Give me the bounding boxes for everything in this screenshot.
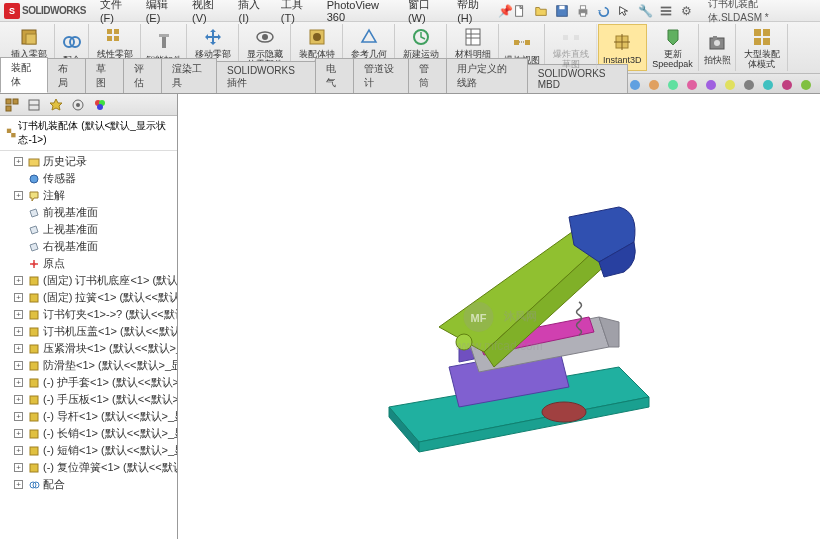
expand-icon[interactable]: +: [14, 463, 23, 472]
expand-icon[interactable]: +: [14, 327, 23, 336]
expand-icon[interactable]: +: [14, 344, 23, 353]
expand-icon[interactable]: +: [14, 446, 23, 455]
pattern-icon: [103, 26, 127, 48]
tree-item[interactable]: +(-) 长销<1> (默认<<默认>_显示状态 1: [0, 425, 177, 442]
expand-icon[interactable]: +: [14, 429, 23, 438]
tree-item-label: (固定) 拉簧<1> (默认<<默认>_显示状态: [43, 290, 177, 305]
display-tab-icon[interactable]: [70, 97, 86, 113]
tree-item[interactable]: +历史记录: [0, 153, 177, 170]
tree-item-label: 防滑垫<1> (默认<<默认>_显示状态 1: [43, 358, 177, 373]
property-tab-icon[interactable]: [26, 97, 42, 113]
tree-item[interactable]: +订书机压盖<1> (默认<<默认>_显示状: [0, 323, 177, 340]
svg-rect-14: [114, 29, 119, 34]
print-icon[interactable]: [575, 3, 590, 19]
explline-icon: [559, 26, 583, 48]
tree-item[interactable]: 传感器: [0, 170, 177, 187]
ribbon-explline[interactable]: 爆炸直线草图: [546, 24, 597, 71]
pin-icon[interactable]: 📌: [498, 3, 513, 19]
ribbon-largeasm[interactable]: 大型装配体模式: [737, 24, 788, 71]
tree-item[interactable]: 右视基准面: [0, 238, 177, 255]
ribbon-speedpak[interactable]: 更新Speedpak: [648, 24, 699, 71]
shadow-icon[interactable]: [741, 77, 757, 93]
pan-icon[interactable]: [646, 77, 662, 93]
tree-item[interactable]: +防滑垫<1> (默认<<默认>_显示状态 1: [0, 357, 177, 374]
tree-item[interactable]: 原点: [0, 255, 177, 272]
tab-渲染工具[interactable]: 渲染工具: [161, 58, 217, 93]
svg-rect-68: [30, 311, 38, 319]
undo-icon[interactable]: [596, 3, 611, 19]
open-icon[interactable]: [534, 3, 549, 19]
shade-icon[interactable]: [722, 77, 738, 93]
tree-item[interactable]: +(-) 复位弹簧<1> (默认<<默认>_显示状: [0, 459, 177, 476]
select-icon[interactable]: [617, 3, 632, 19]
expand-icon[interactable]: +: [14, 395, 23, 404]
tree-root[interactable]: 订书机装配体 (默认<默认_显示状态-1>): [0, 116, 177, 151]
tab-用户定义的线路[interactable]: 用户定义的线路: [446, 58, 528, 93]
tree-item[interactable]: +配合: [0, 476, 177, 493]
tab-布局[interactable]: 布局: [47, 58, 86, 93]
menu-photoview[interactable]: PhotoView 360: [321, 0, 402, 25]
expand-icon[interactable]: +: [14, 157, 23, 166]
tree-item[interactable]: +(固定) 拉簧<1> (默认<<默认>_显示状态: [0, 289, 177, 306]
scene-icon[interactable]: [760, 77, 776, 93]
appearance-tab-icon[interactable]: [92, 97, 108, 113]
expand-icon[interactable]: +: [14, 276, 23, 285]
svg-rect-66: [30, 277, 38, 285]
menu-tools[interactable]: 工具(T): [275, 0, 321, 26]
expand-icon[interactable]: +: [14, 293, 23, 302]
expand-icon[interactable]: +: [14, 412, 23, 421]
ribbon-snapshot[interactable]: 拍快照: [700, 24, 736, 71]
section-icon[interactable]: [684, 77, 700, 93]
svg-rect-6: [661, 6, 672, 8]
menu-help[interactable]: 帮助(H): [451, 0, 498, 26]
tree-item[interactable]: +(-) 手压板<1> (默认<<默认>_显示状态: [0, 391, 177, 408]
zoom-icon[interactable]: [627, 77, 643, 93]
config-tab-icon[interactable]: [48, 97, 64, 113]
menu-view[interactable]: 视图(V): [186, 0, 232, 26]
rotate-icon[interactable]: [665, 77, 681, 93]
tree-item[interactable]: +压紧滑块<1> (默认<<默认>_显示状态: [0, 340, 177, 357]
tab-管道设计[interactable]: 管道设计: [353, 58, 409, 93]
rebuild-icon[interactable]: 🔧: [638, 3, 653, 19]
expand-icon[interactable]: +: [14, 378, 23, 387]
expand-icon[interactable]: +: [14, 361, 23, 370]
feature-tree[interactable]: +历史记录传感器+注解前视基准面上视基准面右视基准面原点+(固定) 订书机底座<…: [0, 151, 177, 539]
tab-SOLIDWORKS 插件[interactable]: SOLIDWORKS 插件: [216, 61, 315, 93]
tree-item[interactable]: +订书钉夹<1>->? (默认<<默认>_显示状: [0, 306, 177, 323]
expand-icon[interactable]: +: [14, 310, 23, 319]
options-icon[interactable]: [659, 3, 674, 19]
expand-icon[interactable]: +: [14, 191, 23, 200]
tab-电气[interactable]: 电气: [315, 58, 354, 93]
tree-item[interactable]: +(-) 短销<1> (默认<<默认>_显示状态 1: [0, 442, 177, 459]
ribbon-label: 拍快照: [704, 56, 731, 66]
tab-评估[interactable]: 评估: [123, 58, 162, 93]
appearance-icon[interactable]: [798, 77, 814, 93]
view-icon[interactable]: [703, 77, 719, 93]
svg-rect-13: [107, 29, 112, 34]
tab-装配体[interactable]: 装配体: [0, 57, 48, 93]
part-icon: [28, 309, 40, 321]
graphics-viewport[interactable]: MF 沐风网 www.mfcad.com: [178, 94, 820, 539]
svg-rect-31: [563, 35, 568, 40]
tree-item[interactable]: +(-) 护手套<1> (默认<<默认>_显示状态: [0, 374, 177, 391]
menu-insert[interactable]: 插入(I): [232, 0, 274, 26]
menu-window[interactable]: 窗口(W): [402, 0, 451, 26]
tab-管筒[interactable]: 管筒: [408, 58, 447, 93]
tree-item[interactable]: +注解: [0, 187, 177, 204]
menu-file[interactable]: 文件(F): [94, 0, 140, 26]
feature-tree-tab-icon[interactable]: [4, 97, 20, 113]
part-icon: [28, 360, 40, 372]
tree-item[interactable]: +(固定) 订书机底座<1> (默认<<默认>_上: [0, 272, 177, 289]
tab-草图[interactable]: 草图: [85, 58, 124, 93]
tree-item[interactable]: 上视基准面: [0, 221, 177, 238]
svg-rect-28: [514, 40, 519, 45]
perspective-icon[interactable]: [779, 77, 795, 93]
settings-icon[interactable]: ⚙: [679, 3, 694, 19]
new-icon[interactable]: [513, 3, 528, 19]
menu-edit[interactable]: 编辑(E): [140, 0, 186, 26]
showhide-icon: [253, 26, 277, 48]
expand-icon[interactable]: +: [14, 480, 23, 489]
tree-item[interactable]: 前视基准面: [0, 204, 177, 221]
save-icon[interactable]: [555, 3, 570, 19]
tree-item[interactable]: +(-) 导杆<1> (默认<<默认>_显示状态 1: [0, 408, 177, 425]
